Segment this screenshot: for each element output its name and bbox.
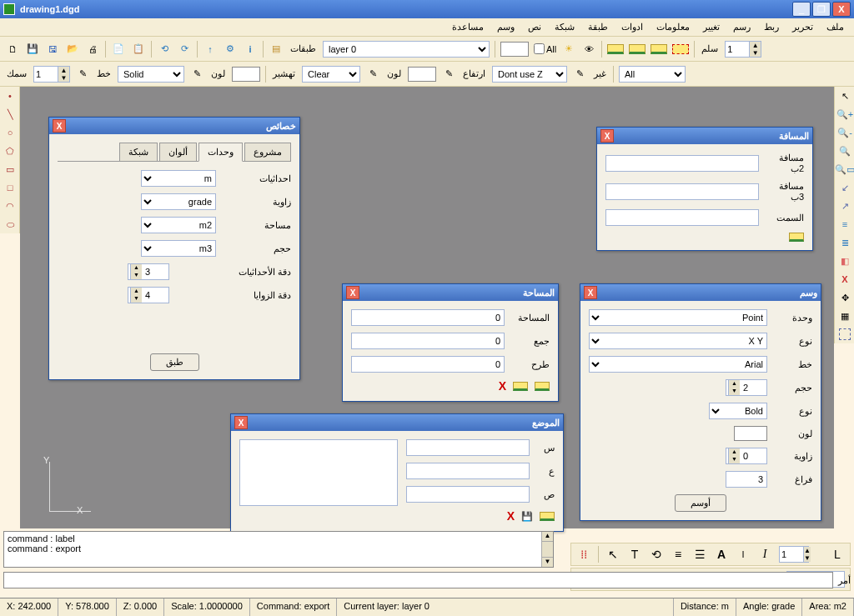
menu-edit[interactable]: تحرير: [787, 20, 818, 34]
label-size-spin[interactable]: ▲▼: [726, 379, 767, 396]
pos-y-input[interactable]: [406, 463, 530, 479]
coords-select[interactable]: m: [141, 170, 216, 187]
maximize-button[interactable]: ❐: [812, 2, 831, 17]
coord-prec-spin[interactable]: ▲▼: [128, 263, 169, 280]
sun-icon[interactable]: ☀: [561, 42, 576, 57]
zoom-extents-icon[interactable]: 🔍: [835, 142, 854, 160]
new-icon[interactable]: 🗋: [5, 42, 20, 57]
label-type-select[interactable]: X Y: [589, 333, 767, 349]
lines-icon[interactable]: ≡: [671, 547, 686, 562]
tool-ellipse-icon[interactable]: ⬭: [0, 215, 20, 233]
distance-ruler-icon[interactable]: [789, 233, 804, 242]
area-clear-icon[interactable]: X: [499, 379, 506, 393]
layers-icon[interactable]: ▤: [269, 42, 284, 57]
label-style-select[interactable]: Bold: [709, 403, 767, 419]
move-icon[interactable]: ✥: [835, 288, 854, 307]
area-select[interactable]: m2: [141, 217, 216, 233]
weight-spin[interactable]: ▲▼: [33, 66, 70, 83]
menu-help[interactable]: مساعدة: [447, 20, 489, 34]
angle-prec-spin[interactable]: ▲▼: [128, 287, 169, 303]
pen-icon-1[interactable]: ✎: [75, 67, 90, 82]
zoom-in-icon[interactable]: 🔍+: [835, 105, 854, 123]
tool-square-icon[interactable]: □: [0, 178, 20, 197]
tool-circle-icon[interactable]: ○: [0, 123, 20, 142]
text-size-spin[interactable]: ▲▼: [779, 546, 809, 563]
line-style-select[interactable]: Solid: [118, 66, 184, 83]
pen-icon-5[interactable]: ✎: [572, 67, 587, 82]
undo-icon[interactable]: ⟲: [157, 42, 172, 57]
redo-icon[interactable]: ⟳: [177, 42, 192, 57]
select-icon[interactable]: [839, 328, 851, 340]
area-sub-input[interactable]: [351, 356, 505, 373]
tool-arc-icon[interactable]: ◠: [0, 197, 20, 215]
label-dialog-close[interactable]: X: [584, 286, 597, 299]
tool-rectangle-icon[interactable]: ▭: [0, 160, 20, 178]
tick-spin[interactable]: ▲▼: [725, 41, 761, 58]
area-dialog-close[interactable]: X: [346, 286, 359, 299]
bold-icon[interactable]: A: [714, 547, 729, 562]
arrow-left-icon[interactable]: ↙: [835, 178, 854, 197]
small-a-icon[interactable]: I: [736, 547, 751, 562]
ruler-icon-1[interactable]: [607, 44, 624, 54]
lines2-icon[interactable]: ☰: [692, 547, 707, 562]
label-color-swatch[interactable]: [734, 426, 767, 441]
pen-icon-3[interactable]: ✎: [365, 67, 380, 82]
menu-file[interactable]: ملف: [821, 20, 849, 34]
pen-icon-4[interactable]: ✎: [441, 67, 456, 82]
stack-icon-2[interactable]: ≣: [835, 233, 854, 252]
menu-tools[interactable]: ادوات: [616, 20, 648, 34]
label-font-select[interactable]: Arial: [589, 356, 767, 373]
line-color-swatch[interactable]: [232, 67, 260, 82]
open-icon[interactable]: 📂: [65, 42, 80, 57]
pos-z-input[interactable]: [406, 486, 530, 503]
area-sum-input[interactable]: [351, 333, 505, 349]
pos-ruler-icon[interactable]: [540, 512, 555, 521]
label-angle-spin[interactable]: ▲▼: [726, 448, 767, 464]
pos-clear-icon[interactable]: X: [507, 509, 515, 523]
menu-modify[interactable]: تغيير: [698, 20, 725, 34]
area-value-input[interactable]: [351, 309, 505, 326]
position-dialog-close[interactable]: X: [234, 416, 248, 429]
paste-icon[interactable]: 📋: [131, 42, 146, 57]
menu-grid[interactable]: شبكة: [550, 20, 580, 34]
properties-dialog-titlebar[interactable]: خصائص X: [49, 118, 299, 134]
tool-polygon-icon[interactable]: ⬠: [0, 142, 20, 160]
grid-icon[interactable]: ▦: [835, 307, 854, 325]
menu-label[interactable]: وسم: [492, 20, 520, 34]
tab-project[interactable]: مشروع: [244, 143, 291, 161]
properties-dialog-close[interactable]: X: [53, 119, 66, 133]
menu-layer[interactable]: طبقة: [583, 20, 613, 34]
info-icon[interactable]: i: [243, 42, 258, 57]
dist2d-input[interactable]: [605, 155, 759, 172]
menu-draw[interactable]: رسم: [728, 20, 756, 34]
angle-select[interactable]: grade: [141, 193, 216, 210]
ruler-icon-4[interactable]: [672, 44, 689, 54]
rotate-icon[interactable]: ⟲: [649, 547, 664, 562]
distance-dialog-titlebar[interactable]: المسافة X: [597, 128, 812, 144]
snap-grid-icon[interactable]: ⁞⁞: [576, 547, 591, 562]
do-label-button[interactable]: أوسم: [675, 494, 726, 512]
layer-color-swatch[interactable]: [500, 42, 529, 57]
layer-select[interactable]: layer 0: [323, 41, 490, 58]
position-list[interactable]: [239, 439, 398, 506]
area-ruler-2[interactable]: [513, 382, 528, 391]
ruler-icon-3[interactable]: [651, 44, 667, 54]
minimize-button[interactable]: _: [792, 2, 811, 17]
close-button[interactable]: X: [832, 2, 851, 17]
area-ruler-1[interactable]: [535, 382, 550, 391]
tool-point-icon[interactable]: •: [0, 87, 20, 105]
menu-info[interactable]: معلومات: [651, 20, 695, 34]
tool-line-icon[interactable]: ╲: [0, 105, 20, 123]
label-unit-select[interactable]: Point: [589, 309, 767, 326]
ruler-icon-2[interactable]: [629, 44, 646, 54]
italic-icon[interactable]: I: [757, 547, 772, 562]
tab-grid[interactable]: شبكة: [119, 143, 158, 161]
position-dialog-titlebar[interactable]: الموضع X: [231, 414, 563, 431]
cursor-icon[interactable]: ↖: [835, 87, 854, 105]
delete-icon[interactable]: X: [835, 270, 854, 288]
area-dialog-titlebar[interactable]: المساحة X: [343, 284, 558, 301]
menu-link[interactable]: ربط: [759, 20, 784, 34]
hatch-color-swatch[interactable]: [408, 67, 436, 82]
hatch-select[interactable]: Clear: [302, 66, 360, 83]
label-gap-input[interactable]: [726, 471, 767, 488]
